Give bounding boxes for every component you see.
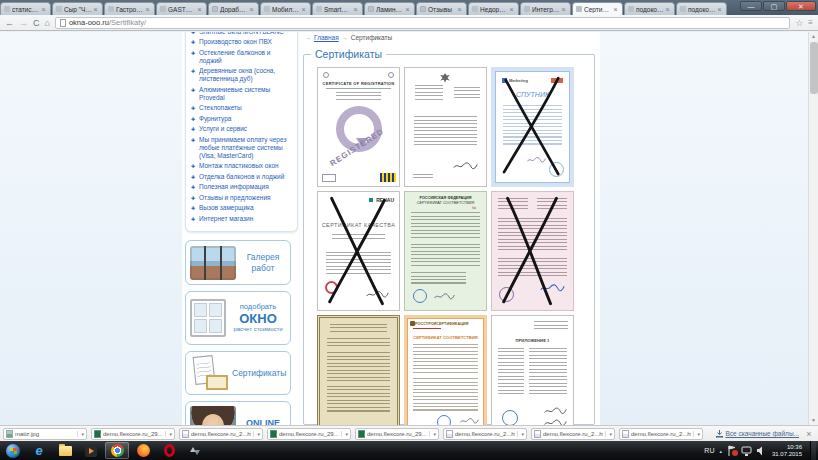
browser-tab[interactable]: Сыр "Чанах" × bbox=[52, 2, 103, 15]
tab-close-icon[interactable]: × bbox=[716, 6, 723, 13]
certificate-thumbnail-sanitary[interactable] bbox=[317, 315, 400, 425]
sidebar-menu-item[interactable]: ✚ Отзывы и предложения bbox=[191, 194, 292, 202]
download-item[interactable]: demo.flexcore.ru_2...html ▾ bbox=[619, 428, 703, 440]
download-item[interactable]: demo.flexcore.ru_2...html ▾ bbox=[443, 428, 527, 440]
close-button[interactable]: ✕ bbox=[786, 1, 816, 11]
tab-close-icon[interactable]: × bbox=[40, 6, 47, 13]
download-item[interactable]: matiz.jpg ▾ bbox=[3, 428, 87, 440]
chevron-down-icon[interactable]: ▾ bbox=[605, 431, 612, 437]
chevron-down-icon[interactable]: ▾ bbox=[165, 431, 172, 437]
certificate-thumbnail-green-conformity[interactable]: РОССИЙСКАЯ ФЕДЕРАЦИЯ СЕРТИФИКАТ СООТВЕТС… bbox=[404, 191, 487, 311]
sidebar-menu-item[interactable]: ✚ Алюминиевые системы Provedal bbox=[191, 86, 292, 102]
certificate-thumbnail-rehau[interactable]: REHAU СЕРТИФИКАТ КАЧЕСТВА bbox=[317, 191, 400, 311]
sidebar-menu-item[interactable]: ✚ Услуги и сервис bbox=[191, 125, 292, 133]
show-all-downloads-link[interactable]: Все скачанные файлы... bbox=[716, 430, 799, 438]
language-indicator[interactable]: RU bbox=[704, 447, 714, 454]
browser-tab[interactable]: Недорогие × bbox=[468, 2, 519, 15]
tab-close-icon[interactable]: × bbox=[196, 6, 203, 13]
download-item[interactable]: demo.flexcore.ru_29....csv ▾ bbox=[355, 428, 439, 440]
download-item[interactable]: demo.flexcore.ru_29....csv ▾ bbox=[91, 428, 175, 440]
tab-close-icon[interactable]: × bbox=[248, 6, 255, 13]
browser-tab[interactable]: статистика п × bbox=[0, 2, 51, 15]
browser-tab[interactable]: Мобильный × bbox=[260, 2, 311, 15]
taskbar-media-player[interactable] bbox=[79, 442, 103, 459]
sidebar-menu-item[interactable]: ✚ Деревянные окна (сосна, лиственница ду… bbox=[191, 67, 292, 83]
certificates-widget[interactable]: Сертификаты bbox=[185, 351, 291, 395]
browser-tab[interactable]: подоконни × bbox=[676, 2, 727, 15]
sidebar-menu-item[interactable]: ✚ Элитные окна MONTBLANC bbox=[191, 32, 292, 36]
minimize-button[interactable]: — bbox=[740, 1, 762, 11]
address-bar[interactable]: okna-ooo.ru/Sertifikaty/ bbox=[55, 17, 790, 29]
sidebar-menu-item[interactable]: ✚ Мы принимаем оплату через любые платёж… bbox=[191, 136, 292, 160]
browser-tab[interactable]: SmartSoluti × bbox=[312, 2, 363, 15]
online-consultant-widget[interactable]: ONLINE bbox=[185, 401, 291, 425]
scroll-up-icon[interactable]: ▲ bbox=[809, 32, 818, 41]
chevron-down-icon[interactable]: ▾ bbox=[693, 431, 700, 437]
browser-tab[interactable]: Доработки | × bbox=[208, 2, 259, 15]
maximize-button[interactable]: ▢ bbox=[763, 1, 785, 11]
vertical-scrollbar[interactable]: ▲ ▼ bbox=[808, 32, 818, 425]
taskbar-sync-app[interactable] bbox=[183, 442, 207, 459]
taskbar-firefox[interactable] bbox=[131, 442, 155, 459]
window-calculator-widget[interactable]: подобрать ОКНО расчет стоимости bbox=[185, 291, 291, 345]
sidebar-menu-item[interactable]: ✚ Полезная информация bbox=[191, 183, 292, 191]
tab-close-icon[interactable]: × bbox=[456, 6, 463, 13]
sidebar-menu-item[interactable]: ✚ Интернет магазин bbox=[191, 215, 292, 223]
certificate-thumbnail-bsi[interactable]: CERTIFICATE OF REGISTRATION REGISTERED bbox=[317, 67, 400, 187]
tab-close-icon[interactable]: × bbox=[92, 6, 99, 13]
url-text[interactable]: okna-ooo.ru/Sertifikaty/ bbox=[69, 18, 146, 27]
sidebar-menu-item[interactable]: ✚ Монтаж пластиковых окон bbox=[191, 162, 292, 170]
bookmark-star-icon[interactable]: ☆ bbox=[795, 18, 803, 28]
browser-tab[interactable]: Сертификат × bbox=[572, 2, 623, 15]
tab-close-icon[interactable]: × bbox=[508, 6, 515, 13]
browser-tab[interactable]: Отзывы × bbox=[416, 2, 467, 15]
sidebar-menu-item[interactable]: ✚ Вызов замерщика bbox=[191, 204, 292, 212]
browser-tab[interactable]: Интеграции × bbox=[520, 2, 571, 15]
breadcrumb-home-link[interactable]: Главная bbox=[314, 34, 339, 41]
browser-tab[interactable]: Гастрономи × bbox=[104, 2, 155, 15]
hidden-icons-chevron[interactable]: ▴ bbox=[719, 448, 722, 454]
scroll-down-icon[interactable]: ▼ bbox=[809, 416, 818, 425]
gallery-widget[interactable]: Галерея работ bbox=[185, 240, 291, 285]
download-item[interactable]: demo.flexcore.ru_2...html ▾ bbox=[531, 428, 615, 440]
reload-icon[interactable]: C bbox=[33, 17, 40, 29]
close-downloads-bar-icon[interactable]: × bbox=[803, 429, 815, 439]
browser-tab[interactable]: подоконни × bbox=[624, 2, 675, 15]
sidebar-menu-item[interactable]: ✚ Фурнитура bbox=[191, 115, 292, 123]
browser-tab[interactable]: Ламиниров × bbox=[364, 2, 415, 15]
chevron-down-icon[interactable]: ▾ bbox=[77, 431, 84, 437]
show-desktop-button[interactable] bbox=[810, 441, 816, 460]
download-item[interactable]: demo.flexcore.ru_29....csv ▾ bbox=[267, 428, 351, 440]
tab-close-icon[interactable]: × bbox=[352, 6, 359, 13]
tab-close-icon[interactable]: × bbox=[144, 6, 151, 13]
certificate-thumbnail-sputnik[interactable]: Marketing СПУТНИК bbox=[491, 67, 574, 187]
certificate-thumbnail-prilozhenie[interactable]: ПРИЛОЖЕНИЕ 1 bbox=[491, 315, 574, 425]
tab-close-icon[interactable]: × bbox=[664, 6, 671, 13]
taskbar-explorer[interactable] bbox=[53, 442, 77, 459]
tray-icons[interactable] bbox=[727, 445, 767, 457]
taskbar-ie[interactable]: e bbox=[27, 442, 51, 459]
browser-tab[interactable]: GASTRONOM × bbox=[156, 2, 207, 15]
tab-close-icon[interactable]: × bbox=[300, 6, 307, 13]
tab-close-icon[interactable]: × bbox=[612, 6, 619, 13]
sidebar-menu-item[interactable]: ✚ Отделка балконов и лоджий bbox=[191, 173, 292, 181]
download-item[interactable]: demo.flexcore.ru_2...html ▾ bbox=[179, 428, 263, 440]
browser-menu-icon[interactable]: ≡ bbox=[808, 18, 813, 27]
scrollbar-thumb[interactable] bbox=[810, 42, 818, 94]
taskbar-chrome[interactable] bbox=[105, 442, 129, 459]
tab-close-icon[interactable]: × bbox=[404, 6, 411, 13]
certificate-thumbnail-pink[interactable] bbox=[491, 191, 574, 311]
clock[interactable]: 10:36 31.07.2015 bbox=[772, 444, 805, 458]
sidebar-menu-item[interactable]: ✚ Производство окон ПВХ bbox=[191, 38, 292, 46]
start-button[interactable] bbox=[1, 442, 25, 459]
tab-close-icon[interactable]: × bbox=[560, 6, 567, 13]
sidebar-menu-item[interactable]: ✚ Стеклопакеты bbox=[191, 104, 292, 112]
certificate-thumbnail-letter[interactable] bbox=[404, 67, 487, 187]
chevron-down-icon[interactable]: ▾ bbox=[517, 431, 524, 437]
sidebar-menu-item[interactable]: ✚ Остекление балконов и лоджий bbox=[191, 49, 292, 65]
chevron-down-icon[interactable]: ▾ bbox=[253, 431, 260, 437]
chevron-down-icon[interactable]: ▾ bbox=[341, 431, 348, 437]
chevron-down-icon[interactable]: ▾ bbox=[429, 431, 436, 437]
forward-icon[interactable]: → bbox=[19, 17, 28, 29]
home-icon[interactable]: ⌂ bbox=[45, 17, 50, 29]
